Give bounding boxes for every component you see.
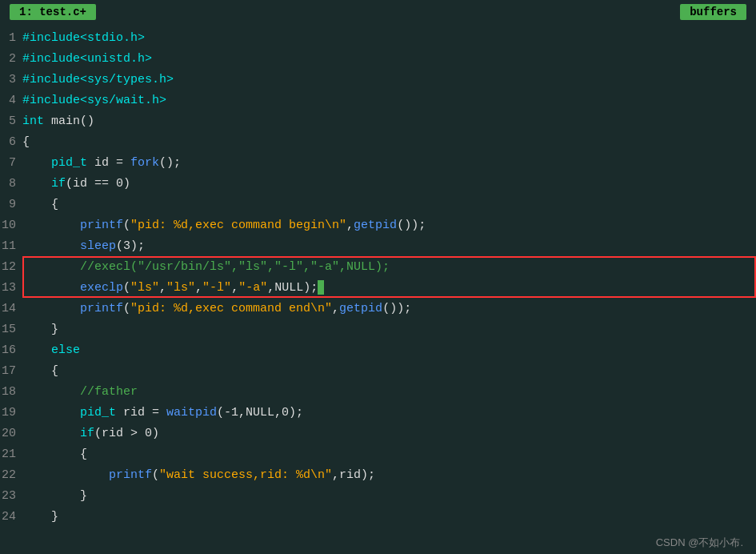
line-content-10: printf("pid: %d,exec command begin\n",ge… [22, 219, 756, 232]
code-line-3: 3 #include<sys/types.h> [0, 69, 756, 90]
code-line-12: 12 //execl("/usr/bin/ls","ls","-l","-a",… [0, 256, 756, 277]
line-num-6: 6 [0, 135, 22, 149]
code-line-24: 24 } [0, 506, 756, 527]
line-content-15: } [22, 323, 756, 336]
code-line-1: 1 #include<stdio.h> [0, 27, 756, 48]
line-content-2: #include<unistd.h> [22, 52, 756, 66]
code-line-20: 20 if(rid > 0) [0, 423, 756, 444]
line-content-7: pid_t id = fork(); [22, 156, 756, 170]
buffers-label[interactable]: buffers [680, 4, 746, 20]
code-line-9: 9 { [0, 194, 756, 215]
title-bar: 1: test.c+ buffers [0, 0, 756, 24]
line-num-4: 4 [0, 94, 22, 107]
line-content-6: { [22, 135, 756, 149]
line-content-23: } [22, 489, 756, 503]
footer: CSDN @不如小布. [0, 532, 756, 554]
line-content-3: #include<sys/types.h> [22, 73, 756, 86]
line-num-21: 21 [0, 448, 22, 461]
line-content-11: sleep(3); [22, 239, 756, 253]
line-content-4: #include<sys/wait.h> [22, 94, 756, 107]
line-num-2: 2 [0, 52, 22, 66]
code-line-7: 7 pid_t id = fork(); [0, 152, 756, 173]
line-content-24: } [22, 510, 756, 524]
tab-label[interactable]: 1: test.c+ [10, 4, 96, 20]
line-num-14: 14 [0, 302, 22, 315]
lines-wrapper: 1 #include<stdio.h> 2 #include<unistd.h>… [0, 27, 756, 532]
code-line-10: 10 printf("pid: %d,exec command begin\n"… [0, 215, 756, 235]
code-line-22: 22 printf("wait success,rid: %d\n",rid); [0, 464, 756, 485]
code-line-11: 11 sleep(3); [0, 235, 756, 256]
line-content-17: { [22, 364, 756, 378]
code-line-8: 8 if(id == 0) [0, 173, 756, 194]
line-num-11: 11 [0, 239, 22, 253]
code-line-23: 23 } [0, 485, 756, 506]
code-line-2: 2 #include<unistd.h> [0, 48, 756, 69]
line-content-14: printf("pid: %d,exec command end\n",getp… [22, 302, 756, 315]
code-line-15: 15 } [0, 319, 756, 339]
code-line-5: 5 int main() [0, 110, 756, 131]
code-line-25: 25 return 0; [0, 527, 756, 532]
line-num-1: 1 [0, 31, 22, 45]
line-content-21: { [22, 448, 756, 461]
line-num-17: 17 [0, 364, 22, 378]
line-num-25: 25 [0, 531, 22, 532]
line-num-12: 12 [0, 260, 22, 274]
line-num-24: 24 [0, 510, 22, 524]
code-line-17: 17 { [0, 360, 756, 381]
line-num-7: 7 [0, 156, 22, 170]
code-line-13: 13 execlp("ls","ls","-l","-a",NULL); [0, 277, 756, 298]
line-num-19: 19 [0, 406, 22, 420]
line-content-12: //execl("/usr/bin/ls","ls","-l","-a",NUL… [22, 260, 756, 274]
line-num-10: 10 [0, 219, 22, 232]
line-num-15: 15 [0, 323, 22, 336]
line-num-22: 22 [0, 468, 22, 482]
line-content-1: #include<stdio.h> [22, 31, 756, 45]
line-num-8: 8 [0, 177, 22, 191]
code-line-21: 21 { [0, 444, 756, 464]
code-line-6: 6 { [0, 131, 756, 152]
line-content-19: pid_t rid = waitpid(-1,NULL,0); [22, 406, 756, 420]
line-num-16: 16 [0, 343, 22, 357]
line-content-18: //father [22, 385, 756, 399]
line-num-9: 9 [0, 198, 22, 211]
line-content-20: if(rid > 0) [22, 427, 756, 440]
line-num-18: 18 [0, 385, 22, 399]
code-line-16: 16 else [0, 339, 756, 360]
line-content-22: printf("wait success,rid: %d\n",rid); [22, 468, 756, 482]
line-content-25: return 0; [22, 531, 756, 532]
code-line-18: 18 //father [0, 381, 756, 402]
line-content-9: { [22, 198, 756, 211]
line-num-23: 23 [0, 489, 22, 503]
line-content-8: if(id == 0) [22, 177, 756, 191]
code-line-19: 19 pid_t rid = waitpid(-1,NULL,0); [0, 402, 756, 423]
line-content-16: else [22, 343, 756, 357]
line-content-13: execlp("ls","ls","-l","-a",NULL); [22, 280, 756, 295]
code-line-14: 14 printf("pid: %d,exec command end\n",g… [0, 298, 756, 319]
text-cursor [318, 280, 324, 295]
line-num-5: 5 [0, 114, 22, 128]
editor-container: 1: test.c+ buffers 1 #include<stdio.h> 2… [0, 0, 756, 554]
line-num-3: 3 [0, 73, 22, 86]
footer-credit: CSDN @不如小布. [656, 536, 743, 550]
line-content-5: int main() [22, 114, 756, 128]
line-num-13: 13 [0, 281, 22, 295]
code-line-4: 4 #include<sys/wait.h> [0, 90, 756, 110]
line-num-20: 20 [0, 427, 22, 440]
code-area: 1 #include<stdio.h> 2 #include<unistd.h>… [0, 24, 756, 532]
